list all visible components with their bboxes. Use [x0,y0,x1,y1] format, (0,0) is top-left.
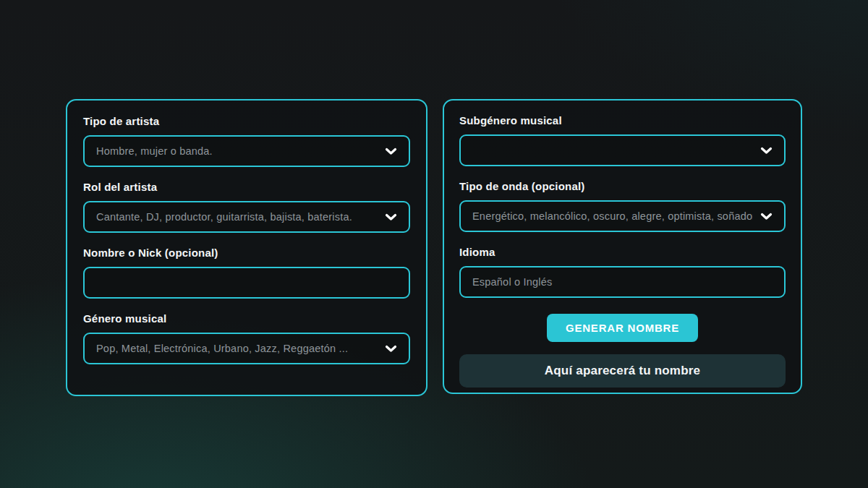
music-genre-select[interactable]: Pop, Metal, Electrónica, Urbano, Jazz, R… [83,333,410,364]
artist-details-panel: Tipo de artista Hombre, mujer o banda. R… [66,99,427,396]
vibe-placeholder: Energético, melancólico, oscuro, alegre,… [472,210,753,222]
chevron-down-icon [385,213,397,221]
music-genre-label: Género musical [83,312,410,325]
chevron-down-icon [760,147,773,155]
music-subgenre-select[interactable] [459,134,786,166]
music-genre-field: Género musical Pop, Metal, Electrónica, … [83,312,410,364]
chevron-down-icon [385,345,397,353]
language-label: Idioma [459,246,786,259]
artist-nick-field: Nombre o Nick (opcional) [83,247,410,299]
music-subgenre-field: Subgénero musical [459,114,786,166]
artist-type-label: Tipo de artista [83,115,410,128]
artist-nick-label: Nombre o Nick (opcional) [83,247,410,260]
artist-role-placeholder: Cantante, DJ, productor, guitarrista, ba… [96,211,352,223]
language-field: Idioma [459,246,786,298]
artist-role-select[interactable]: Cantante, DJ, productor, guitarrista, ba… [83,201,410,233]
generator-form: Tipo de artista Hombre, mujer o banda. R… [0,0,868,396]
generated-name-result: Aquí aparecerá tu nombre [459,354,786,388]
generate-name-button[interactable]: GENERAR NOMBRE [547,314,698,342]
vibe-field: Tipo de onda (opcional) Energético, mela… [459,180,786,232]
artist-role-label: Rol del artista [83,181,410,194]
chevron-down-icon [385,147,397,155]
artist-role-field: Rol del artista Cantante, DJ, productor,… [83,181,410,233]
artist-type-field: Tipo de artista Hombre, mujer o banda. [83,115,410,167]
artist-type-placeholder: Hombre, mujer o banda. [96,145,213,157]
chevron-down-icon [760,213,773,221]
generate-button-row: GENERAR NOMBRE [459,314,786,342]
generator-output-panel: Subgénero musical Tipo de onda (opcional… [443,99,802,394]
music-subgenre-label: Subgénero musical [459,114,786,127]
vibe-label: Tipo de onda (opcional) [459,180,786,193]
artist-nick-input[interactable] [83,267,410,299]
language-input[interactable] [459,266,786,298]
music-genre-placeholder: Pop, Metal, Electrónica, Urbano, Jazz, R… [96,343,348,354]
artist-type-select[interactable]: Hombre, mujer o banda. [83,135,410,167]
vibe-select[interactable]: Energético, melancólico, oscuro, alegre,… [459,200,786,232]
